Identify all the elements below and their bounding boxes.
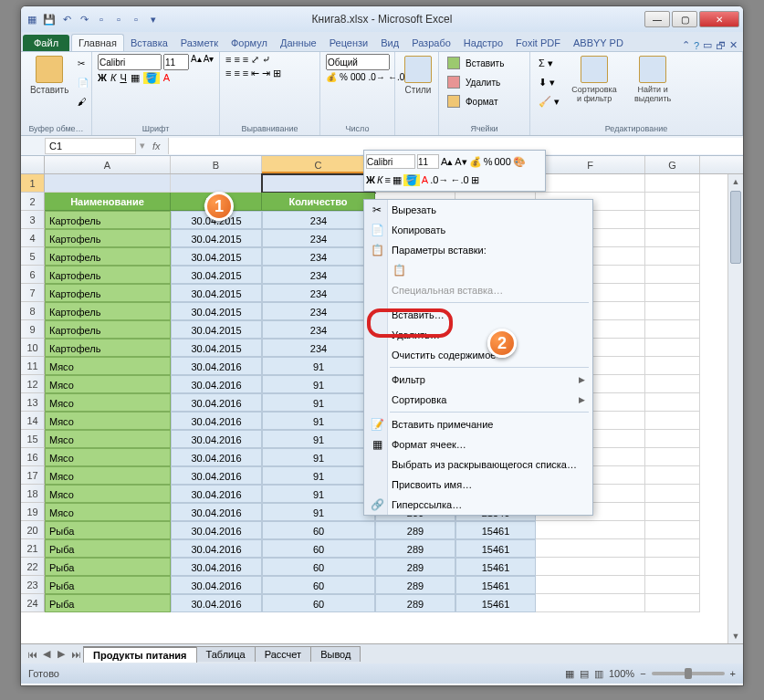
cell[interactable] bbox=[645, 302, 700, 320]
italic-button[interactable]: К bbox=[377, 174, 382, 185]
cell[interactable]: 30.04.2015 bbox=[171, 320, 262, 339]
row-header[interactable]: 16 bbox=[21, 448, 45, 466]
col-header[interactable]: C bbox=[262, 156, 375, 173]
window-option-icon[interactable]: ▭ bbox=[703, 39, 712, 51]
tab-developer[interactable]: Разрабо bbox=[405, 35, 457, 51]
sheet-nav-next-icon[interactable]: ▶ bbox=[54, 648, 68, 660]
sort-filter-button[interactable]: Сортировка и фильтр bbox=[565, 54, 623, 105]
table-header[interactable]: Наименование bbox=[45, 193, 171, 211]
find-select-button[interactable]: Найти и выделить bbox=[626, 54, 679, 105]
insert-cells-button[interactable]: Вставить bbox=[445, 54, 509, 72]
cell[interactable]: 30.04.2016 bbox=[171, 466, 262, 485]
cell[interactable] bbox=[645, 412, 700, 430]
row-header[interactable]: 14 bbox=[21, 412, 45, 430]
ctx-format-cells[interactable]: ▦Формат ячеек… bbox=[364, 434, 592, 454]
cell[interactable] bbox=[645, 485, 700, 503]
cell[interactable] bbox=[645, 503, 700, 521]
font-size[interactable] bbox=[163, 54, 189, 70]
row-header[interactable]: 4 bbox=[21, 229, 45, 247]
cell[interactable]: 30.04.2016 bbox=[171, 448, 262, 466]
view-break-icon[interactable]: ▥ bbox=[594, 668, 603, 680]
cell[interactable]: 30.04.2016 bbox=[171, 485, 262, 503]
decimal-inc-icon[interactable]: .0→ bbox=[430, 174, 448, 185]
cell[interactable] bbox=[645, 320, 700, 339]
cell[interactable]: Рыба bbox=[45, 594, 171, 612]
format-cells-button[interactable]: Формат bbox=[445, 92, 509, 110]
cell[interactable] bbox=[645, 521, 700, 539]
row-header[interactable]: 21 bbox=[21, 539, 45, 558]
cell[interactable] bbox=[645, 266, 700, 284]
cell[interactable] bbox=[645, 393, 700, 412]
cell[interactable]: 91 bbox=[262, 448, 375, 466]
col-header[interactable]: A bbox=[45, 156, 171, 173]
cell[interactable]: 234 bbox=[262, 266, 375, 284]
cell[interactable]: 91 bbox=[262, 412, 375, 430]
cell[interactable]: Мясо bbox=[45, 466, 171, 485]
row-header[interactable]: 22 bbox=[21, 558, 45, 576]
cell[interactable]: 289 bbox=[375, 558, 455, 576]
cell[interactable]: 30.04.2015 bbox=[171, 266, 262, 284]
cell[interactable]: Картофель bbox=[45, 229, 171, 247]
cell[interactable]: 91 bbox=[262, 357, 375, 375]
cell[interactable]: 30.04.2015 bbox=[171, 229, 262, 247]
wrap-text-icon[interactable]: ⤶ bbox=[262, 54, 270, 66]
middle-align-icon[interactable]: ≡ bbox=[234, 54, 239, 66]
fill-color-icon[interactable]: 🪣 bbox=[143, 72, 160, 84]
cell[interactable] bbox=[171, 174, 262, 193]
ctx-cut[interactable]: ✂Вырезать bbox=[364, 200, 592, 220]
select-all-corner[interactable] bbox=[21, 156, 45, 173]
cell[interactable] bbox=[645, 339, 700, 357]
cell[interactable]: Мясо bbox=[45, 485, 171, 503]
save-icon[interactable]: 💾 bbox=[42, 12, 57, 26]
sheet-tab[interactable]: Продукты питания bbox=[83, 646, 197, 663]
cell[interactable]: 234 bbox=[262, 211, 375, 229]
col-header[interactable]: F bbox=[536, 156, 645, 173]
qat-icon[interactable]: ▫ bbox=[111, 12, 126, 26]
bold-button[interactable]: Ж bbox=[366, 174, 375, 185]
close-button[interactable]: ✕ bbox=[699, 11, 739, 27]
fx-icon[interactable]: fx bbox=[152, 141, 161, 151]
cell[interactable]: 30.04.2016 bbox=[171, 539, 262, 558]
qat-icon[interactable]: ▫ bbox=[94, 12, 109, 26]
sheet-nav-prev-icon[interactable]: ◀ bbox=[39, 648, 54, 660]
underline-button[interactable]: Ч bbox=[120, 72, 126, 84]
cell[interactable]: 91 bbox=[262, 503, 375, 521]
row-header[interactable]: 13 bbox=[21, 393, 45, 412]
comma-icon[interactable]: 000 bbox=[494, 156, 510, 167]
sheet-tab[interactable]: Рассчет bbox=[255, 646, 312, 662]
row-header[interactable]: 20 bbox=[21, 521, 45, 539]
cell-selected[interactable] bbox=[262, 174, 375, 193]
percent-icon[interactable]: % bbox=[484, 156, 493, 167]
shrink-font-icon[interactable]: A▾ bbox=[455, 156, 466, 168]
row-header[interactable]: 2 bbox=[21, 193, 45, 211]
table-header[interactable]: Количество bbox=[262, 193, 375, 211]
cell[interactable]: Мясо bbox=[45, 393, 171, 412]
cell[interactable]: 30.04.2016 bbox=[171, 412, 262, 430]
tab-data[interactable]: Данные bbox=[274, 35, 323, 51]
mini-font-size[interactable] bbox=[417, 154, 439, 169]
restore-icon[interactable]: 🗗 bbox=[716, 40, 726, 51]
view-layout-icon[interactable]: ▤ bbox=[580, 668, 589, 680]
cell[interactable]: 30.04.2016 bbox=[171, 521, 262, 539]
cell[interactable]: 60 bbox=[262, 576, 375, 594]
view-normal-icon[interactable]: ▦ bbox=[565, 668, 574, 680]
tab-view[interactable]: Вид bbox=[374, 35, 405, 51]
row-header[interactable]: 6 bbox=[21, 266, 45, 284]
number-format[interactable] bbox=[326, 54, 390, 70]
row-header[interactable]: 12 bbox=[21, 375, 45, 393]
scroll-down-icon[interactable]: ▼ bbox=[728, 629, 743, 643]
font-color-icon[interactable]: A bbox=[163, 72, 170, 84]
increase-decimal-icon[interactable]: .0→ bbox=[369, 72, 385, 82]
ctx-comment[interactable]: 📝Вставить примечание bbox=[364, 414, 592, 434]
comma-icon[interactable]: 000 bbox=[351, 72, 366, 82]
cell[interactable]: 15461 bbox=[455, 539, 536, 558]
align-icon[interactable]: ≡ bbox=[384, 174, 390, 185]
cell[interactable] bbox=[645, 539, 700, 558]
cell[interactable]: 30.04.2015 bbox=[171, 302, 262, 320]
cell[interactable]: 15461 bbox=[455, 576, 536, 594]
cell[interactable]: 15461 bbox=[455, 521, 536, 539]
col-header[interactable]: G bbox=[645, 156, 700, 173]
tab-formulas[interactable]: Формул bbox=[225, 35, 274, 51]
tab-review[interactable]: Рецензи bbox=[323, 35, 375, 51]
cell[interactable]: 91 bbox=[262, 430, 375, 448]
